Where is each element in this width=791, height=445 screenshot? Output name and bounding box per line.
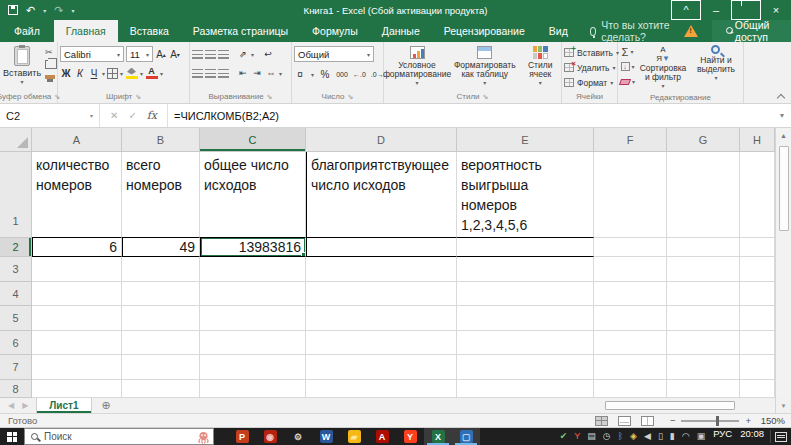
cell-H7[interactable] xyxy=(740,355,775,380)
align-top-icon[interactable] xyxy=(192,50,203,59)
tab-review[interactable]: Рецензирование xyxy=(432,20,537,42)
column-header-E[interactable]: E xyxy=(457,128,594,152)
cell-G4[interactable] xyxy=(667,282,740,306)
cell-H3[interactable] xyxy=(740,257,775,282)
clear-button[interactable]: ▾ xyxy=(620,75,635,88)
scroll-up-icon[interactable]: ▲ xyxy=(780,128,787,142)
dialog-launcher-icon[interactable]: ⇘ xyxy=(267,93,273,101)
cell-H1[interactable] xyxy=(740,152,775,238)
column-header-B[interactable]: B xyxy=(122,128,200,152)
cell-C5[interactable] xyxy=(200,306,306,331)
cell-D3[interactable] xyxy=(306,257,457,282)
select-all-corner[interactable] xyxy=(0,128,32,152)
enter-icon[interactable]: ✓ xyxy=(128,110,136,121)
cell-A5[interactable] xyxy=(32,306,122,331)
vertical-scroll-thumb[interactable] xyxy=(779,146,789,231)
bold-button[interactable]: Ж xyxy=(60,66,72,80)
taskbar-search-input[interactable]: Поиск xyxy=(24,428,214,445)
shrink-font-button[interactable]: А▾ xyxy=(169,47,181,61)
cell-E3[interactable] xyxy=(457,257,594,282)
insert-function-icon[interactable]: fx xyxy=(147,109,157,122)
printer-icon[interactable]: ▣ xyxy=(697,432,706,441)
save-icon[interactable] xyxy=(8,5,18,15)
underline-button[interactable]: Ч xyxy=(88,66,100,80)
cell-G6[interactable] xyxy=(667,331,740,355)
tab-page-layout[interactable]: Разметка страницы xyxy=(181,20,300,42)
language-indicator[interactable]: РУС xyxy=(709,428,736,445)
dialog-launcher-icon[interactable]: ⇘ xyxy=(348,93,354,101)
fill-button[interactable]: ↓▾ xyxy=(621,60,635,73)
close-button[interactable]: × xyxy=(761,0,791,20)
taskbar-app-powerpoint[interactable]: P xyxy=(228,428,256,445)
cell-G3[interactable] xyxy=(667,257,740,282)
tell-me-box[interactable]: Что вы хотите сделать? xyxy=(580,20,684,42)
cell-B8[interactable] xyxy=(122,380,200,398)
format-as-table-button[interactable]: Форматировать как таблицу▾ xyxy=(451,44,518,88)
delete-cells-button[interactable]: Удалить▾ xyxy=(564,60,615,75)
column-header-F[interactable]: F xyxy=(594,128,667,152)
restore-button[interactable] xyxy=(731,0,761,20)
cancel-icon[interactable]: ✕ xyxy=(110,110,118,121)
dialog-launcher-icon[interactable]: ⇘ xyxy=(483,93,489,101)
column-header-A[interactable]: A xyxy=(32,128,122,152)
collapse-ribbon-icon[interactable] xyxy=(777,92,785,100)
cell-F6[interactable] xyxy=(594,331,667,355)
column-header-D[interactable]: D xyxy=(306,128,457,152)
cell-C2[interactable]: 13983816 xyxy=(200,238,306,257)
cell-E8[interactable] xyxy=(457,380,594,398)
redo-dropdown-icon[interactable]: ▾ xyxy=(71,7,74,14)
cell-B5[interactable] xyxy=(122,306,200,331)
cell-E1[interactable]: вероятность выигрыша номеров 1,2,3,4,5,6 xyxy=(457,152,594,238)
cell-G8[interactable] xyxy=(667,380,740,398)
font-size-select[interactable]: 11▾ xyxy=(126,46,153,62)
find-select-button[interactable]: Найти и выделить▾ xyxy=(691,44,741,83)
format-cells-button[interactable]: Формат▾ xyxy=(564,75,613,90)
zoom-slider-thumb[interactable] xyxy=(716,416,719,426)
row-header-1[interactable]: 1 xyxy=(0,152,32,238)
taskbar-app-excel[interactable]: X xyxy=(424,428,452,445)
italic-button[interactable]: К xyxy=(74,66,86,80)
taskbar-app-screenshot-tool[interactable]: ◉ xyxy=(256,428,284,445)
zoom-out-icon[interactable]: − xyxy=(670,415,676,426)
ribbon-display-options-button[interactable]: ^ xyxy=(671,0,701,20)
row-header-3[interactable]: 3 xyxy=(0,257,32,282)
cell-B6[interactable] xyxy=(122,331,200,355)
antivirus-icon[interactable]: ✔ xyxy=(560,432,568,441)
taskbar-clock[interactable]: 20:08 xyxy=(736,428,768,445)
paste-button[interactable]: Вставить ▾ xyxy=(2,44,42,85)
cell-A2[interactable]: 6 xyxy=(32,238,122,257)
accounting-format-icon[interactable]: ¤ xyxy=(294,67,306,81)
horizontal-scrollbar[interactable] xyxy=(605,398,775,413)
cell-D5[interactable] xyxy=(306,306,457,331)
taskbar-app-display[interactable]: ▢ xyxy=(452,428,480,445)
cell-H6[interactable] xyxy=(740,331,775,355)
volume-icon[interactable]: ◀ xyxy=(644,432,651,441)
sort-filter-button[interactable]: АЯ▼ Сортировка и фильтр▾ xyxy=(638,44,688,91)
battery-icon[interactable]: ▯ xyxy=(658,432,663,441)
taskbar-app-acrobat[interactable]: A xyxy=(368,428,396,445)
cell-styles-button[interactable]: Стили ячеек▾ xyxy=(521,44,559,88)
tab-home[interactable]: Главная xyxy=(54,20,118,42)
grow-font-button[interactable]: А▴ xyxy=(155,47,167,61)
device-icon[interactable]: ▮ xyxy=(670,432,675,441)
cell-A1[interactable]: количество номеров xyxy=(32,152,122,238)
zoom-in-icon[interactable]: + xyxy=(745,415,751,426)
row-header-8[interactable]: 8 xyxy=(0,380,32,398)
copy-icon[interactable] xyxy=(45,60,53,69)
cell-D8[interactable] xyxy=(306,380,457,398)
cell-A7[interactable] xyxy=(32,355,122,380)
cell-B3[interactable] xyxy=(122,257,200,282)
bluetooth-icon[interactable]: ᛒ xyxy=(618,432,623,441)
start-button[interactable] xyxy=(0,428,24,445)
cell-E4[interactable] xyxy=(457,282,594,306)
orientation-icon[interactable]: ⇗ xyxy=(237,47,249,61)
cell-F7[interactable] xyxy=(594,355,667,380)
clock-icon[interactable]: ◷ xyxy=(603,432,611,441)
cell-A6[interactable] xyxy=(32,331,122,355)
share-button[interactable]: Общий доступ xyxy=(712,20,791,42)
align-bottom-icon[interactable] xyxy=(218,50,229,59)
yandex-icon[interactable]: Y xyxy=(574,432,580,441)
cell-G1[interactable] xyxy=(667,152,740,238)
cell-B1[interactable]: всего номеров xyxy=(122,152,200,238)
row-header-7[interactable]: 7 xyxy=(0,355,32,380)
